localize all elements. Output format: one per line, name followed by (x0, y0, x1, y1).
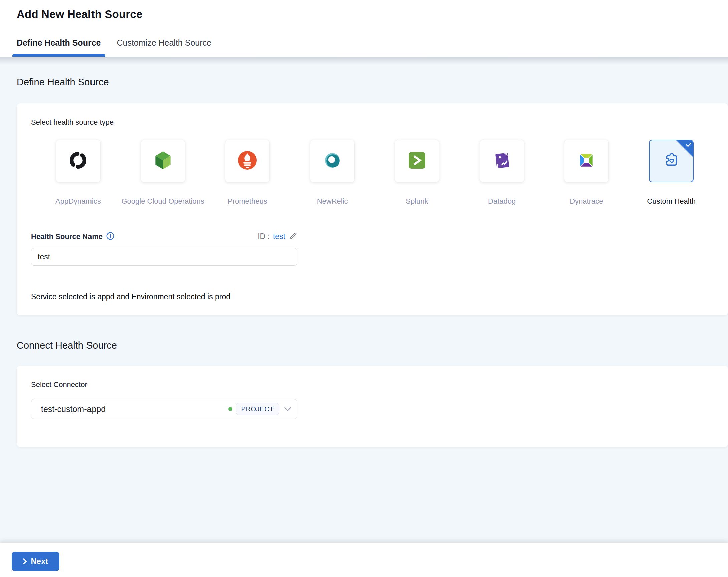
define-health-source-card: Select health source type AppDyn (17, 103, 728, 315)
footer-bar: Next (0, 543, 728, 577)
health-source-name-input[interactable] (31, 248, 297, 266)
appdynamics-icon (68, 150, 89, 172)
id-value: test (273, 232, 285, 241)
select-connector-label: Select Connector (31, 380, 713, 389)
source-type-splunk[interactable]: Splunk (375, 139, 460, 206)
header: Add New Health Source (0, 0, 728, 29)
connector-scope-badge: PROJECT (236, 403, 279, 415)
id-prefix-label: ID : (258, 232, 270, 241)
chevron-down-icon[interactable] (284, 407, 291, 412)
source-type-dynatrace[interactable]: Dynatrace (544, 139, 629, 206)
source-type-datadog[interactable]: Datadog (460, 139, 544, 206)
source-type-custom-health[interactable]: Custom Health (629, 139, 713, 206)
tab-label: Define Health Source (17, 38, 101, 48)
newrelic-icon (322, 150, 343, 172)
info-icon[interactable] (106, 232, 114, 242)
edit-icon[interactable] (288, 231, 297, 242)
next-button-label: Next (31, 557, 48, 566)
next-chevron-icon (23, 558, 27, 565)
splunk-icon (407, 150, 427, 172)
source-type-google-cloud-operations[interactable]: Google Cloud Operations (121, 139, 205, 206)
select-type-label: Select health source type (31, 118, 713, 127)
dynatrace-icon (576, 150, 597, 172)
google-cloud-operations-icon (152, 150, 174, 172)
define-section-heading: Define Health Source (17, 76, 728, 88)
content-area: Define Health Source Select health sourc… (0, 57, 728, 543)
add-health-source-page: Add New Health Source Define Health Sour… (0, 0, 728, 577)
source-type-newrelic[interactable]: NewRelic (290, 139, 375, 206)
datadog-icon (491, 149, 513, 173)
health-source-name-label: Health Source Name (31, 232, 103, 241)
connect-section-heading: Connect Health Source (17, 339, 728, 351)
tab-define-health-source[interactable]: Define Health Source (17, 29, 101, 57)
next-button[interactable]: Next (12, 552, 59, 571)
page-title: Add New Health Source (17, 8, 142, 21)
connector-select[interactable]: test-custom-appd PROJECT (31, 399, 297, 419)
selected-check-icon (686, 142, 691, 148)
source-type-prometheus[interactable]: Prometheus (205, 139, 290, 206)
source-type-list: AppDynamics Google Cloud Operatio (36, 139, 713, 206)
connector-status-dot-icon (228, 407, 232, 411)
source-type-appdynamics[interactable]: AppDynamics (36, 139, 121, 206)
tab-bar: Define Health Source Customize Health So… (0, 29, 728, 57)
tab-customize-health-source[interactable]: Customize Health Source (116, 29, 211, 57)
connect-health-source-card: Select Connector test-custom-appd PROJEC… (17, 366, 728, 447)
tab-label: Customize Health Source (116, 38, 211, 48)
service-environment-note: Service selected is appd and Environment… (31, 292, 713, 301)
connector-value: test-custom-appd (41, 404, 228, 414)
prometheus-icon (237, 150, 258, 172)
id-display: ID : test (258, 231, 297, 242)
health-source-name-row: Health Source Name ID : test (31, 231, 297, 242)
